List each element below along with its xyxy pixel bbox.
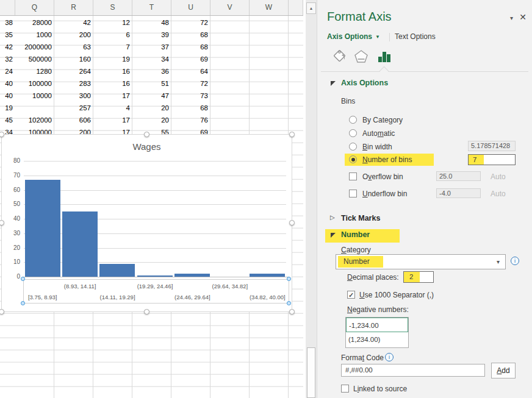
cell[interactable]: 48 [132, 16, 171, 29]
chart-resize-handle[interactable] [144, 132, 149, 137]
chart-title[interactable]: Wages [2, 141, 292, 152]
cell[interactable]: 69 [171, 53, 210, 65]
cell[interactable]: 68 [171, 29, 210, 41]
chart-resize-handle[interactable] [0, 132, 4, 137]
cell[interactable]: 16 [93, 77, 132, 90]
negative-numbers-listbox[interactable]: -1,234.00 (1,234.00) [345, 317, 409, 348]
cell[interactable]: 28000 [15, 16, 54, 29]
checkbox-use-1000-separator[interactable]: ✓ [347, 291, 355, 299]
tab-text-options[interactable]: Text Options [395, 32, 436, 41]
cell[interactable]: 64 [171, 65, 210, 77]
cell[interactable]: 2000000 [15, 41, 54, 53]
negative-option-selected[interactable]: -1,234.00 [346, 318, 408, 332]
underflow-bin-label[interactable]: Underflow bin [362, 190, 407, 198]
cell[interactable]: 42 [54, 16, 93, 29]
cell[interactable]: 19 [93, 53, 132, 65]
cell[interactable]: 6 [93, 29, 132, 41]
column-header[interactable]: V [210, 0, 250, 15]
expand-triangle-icon[interactable]: ▷ [330, 214, 335, 221]
cell[interactable]: 35 [0, 29, 15, 41]
linked-to-source-label[interactable]: Linked to source [353, 385, 407, 393]
radio-by-category[interactable] [349, 116, 357, 124]
cell[interactable]: 37 [132, 41, 171, 53]
cell[interactable]: 51 [132, 77, 171, 90]
radio-number-of-bins[interactable] [349, 155, 357, 163]
column-header[interactable]: Q [15, 0, 54, 15]
cell[interactable]: 1000 [15, 29, 54, 41]
cell[interactable]: 160 [54, 53, 93, 65]
category-dropdown[interactable]: Number ▾ [336, 254, 506, 269]
overflow-bin-field[interactable]: 25.0 [436, 171, 481, 181]
cell[interactable]: 34 [132, 53, 171, 65]
radio-bin-width[interactable] [349, 143, 357, 151]
cell[interactable]: 200 [54, 29, 93, 41]
radio-automatic[interactable] [349, 129, 357, 137]
pane-menu-chevron-icon[interactable]: ▾ [510, 15, 513, 21]
negative-option[interactable]: (1,234.00) [346, 332, 408, 347]
scrollbar-thumb[interactable] [307, 347, 315, 398]
cell[interactable]: 24 [0, 65, 15, 77]
cell[interactable]: 257 [54, 102, 93, 114]
number-of-bins-input[interactable]: 7 [468, 154, 516, 165]
chart-options-icon[interactable] [376, 49, 392, 65]
cell[interactable]: 39 [132, 29, 171, 41]
section-number[interactable]: Number [341, 230, 370, 239]
overflow-bin-label[interactable]: Overflow bin [362, 172, 403, 181]
cell[interactable]: 72 [171, 16, 210, 29]
x-axis-selection-box[interactable] [23, 279, 289, 304]
cell[interactable]: 100000 [15, 77, 54, 90]
info-icon[interactable]: i [385, 353, 394, 361]
column-header[interactable] [0, 0, 15, 15]
cell[interactable]: 45 [0, 114, 15, 126]
cell[interactable]: 17 [93, 114, 132, 126]
cell[interactable]: 264 [54, 65, 93, 77]
cell[interactable]: 40 [0, 77, 15, 90]
cell[interactable]: 4 [93, 102, 132, 114]
cell[interactable]: 12 [93, 16, 132, 29]
close-icon[interactable]: ✕ [519, 12, 527, 22]
checkbox-overflow-bin[interactable] [349, 172, 357, 180]
cell[interactable]: 1280 [15, 65, 54, 77]
collapse-triangle-icon[interactable] [331, 81, 336, 86]
column-header[interactable]: T [132, 0, 171, 15]
info-icon[interactable]: i [511, 257, 519, 265]
underflow-bin-field[interactable]: -4.0 [436, 188, 481, 198]
radio-by-category-label[interactable]: By Category [362, 116, 403, 124]
cell[interactable]: 73 [171, 90, 210, 102]
cell[interactable]: 76 [171, 114, 210, 126]
cell[interactable]: 17 [93, 90, 132, 102]
cell[interactable]: 32 [0, 53, 15, 65]
column-header[interactable]: U [171, 0, 210, 15]
cell[interactable]: 36 [132, 65, 171, 77]
cell[interactable]: 606 [54, 114, 93, 126]
cell[interactable]: 40 [0, 90, 15, 102]
cell[interactable]: 300 [54, 90, 93, 102]
cell[interactable]: 72 [171, 77, 210, 90]
chart-resize-handle[interactable] [144, 309, 149, 314]
axis-handle[interactable] [21, 277, 25, 281]
radio-automatic-label[interactable]: Automatic [362, 129, 395, 138]
column-header[interactable]: R [54, 0, 93, 15]
cell[interactable]: 7 [93, 41, 132, 53]
cell[interactable]: 68 [171, 102, 210, 114]
wages-histogram-chart[interactable]: Wages 01020304050607080[3.75, 8.93](8.93… [1, 134, 292, 312]
chart-resize-handle[interactable] [289, 132, 295, 137]
cell[interactable]: 500000 [15, 53, 54, 65]
cell[interactable]: 102000 [15, 114, 54, 126]
tab-axis-options[interactable]: Axis Options▼ [327, 32, 380, 41]
cell[interactable]: 42 [0, 41, 15, 53]
column-header[interactable]: S [93, 0, 132, 15]
checkbox-linked-to-source[interactable] [341, 385, 349, 393]
use-1000-separator-label[interactable]: Use 1000 Separator (,) [359, 291, 434, 299]
column-headers[interactable]: QRSTUVW [0, 0, 303, 16]
decimal-places-input[interactable]: 2 [403, 271, 434, 283]
vertical-scrollbar[interactable]: ▲ [306, 0, 317, 398]
format-code-input[interactable]: #,##0.00 [341, 364, 485, 377]
add-button[interactable]: Add [491, 363, 516, 378]
column-header[interactable] [289, 0, 303, 15]
scroll-up-arrow-icon[interactable]: ▲ [306, 2, 316, 14]
radio-bin-width-label[interactable]: Bin width [362, 143, 392, 151]
histogram-bar[interactable] [62, 211, 98, 277]
axis-handle[interactable] [287, 301, 291, 305]
cell[interactable]: 38 [0, 16, 15, 29]
